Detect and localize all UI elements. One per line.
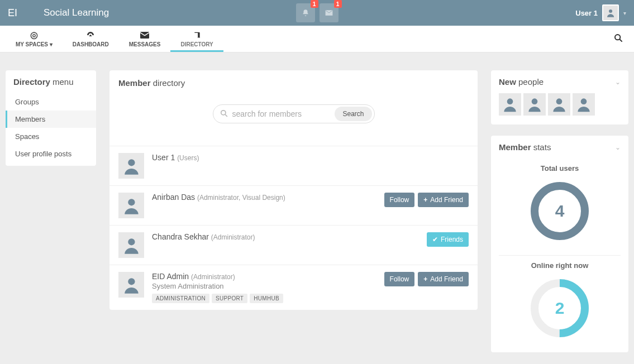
nav-myspaces-label: MY SPACES xyxy=(16,41,48,47)
member-meta: (Administrator) xyxy=(211,233,255,241)
top-center-icons: 1 1 xyxy=(296,3,339,22)
page-title-light: directory xyxy=(153,78,185,88)
logo[interactable]: EI xyxy=(8,7,44,19)
tag[interactable]: ADMINISTRATION xyxy=(152,294,209,303)
member-name[interactable]: Chandra Sekhar xyxy=(152,232,211,241)
user-icon xyxy=(606,8,616,18)
member-subtitle: System Administration xyxy=(152,282,376,290)
new-person-avatar[interactable] xyxy=(523,93,546,116)
avatar xyxy=(602,4,619,21)
sidebar-item-groups[interactable]: Groups xyxy=(6,93,96,111)
total-users-ring: 4 xyxy=(529,180,590,242)
search-icon[interactable] xyxy=(614,33,623,45)
notifications-button[interactable]: 1 xyxy=(296,3,315,22)
online-now-value: 2 xyxy=(529,277,590,339)
svg-point-4 xyxy=(221,110,225,114)
avatar[interactable] xyxy=(118,153,144,179)
svg-point-12 xyxy=(556,98,563,104)
new-people-panel: New people ⌄ xyxy=(491,70,628,124)
stats-light: stats xyxy=(533,142,551,152)
member-meta: (Users) xyxy=(177,154,199,162)
member-name[interactable]: Anirban Das xyxy=(152,193,197,202)
search-button[interactable]: Search xyxy=(335,107,371,121)
right-column: New people ⌄ Member stats ⌄ Total users … xyxy=(491,70,628,352)
plus-icon: + xyxy=(423,275,427,283)
caret-down-icon: ▾ xyxy=(623,10,626,16)
main-column: Member directory Search User 1 (Users)An… xyxy=(109,70,478,310)
messages-badge: 1 xyxy=(334,0,342,8)
total-users-label: Total users xyxy=(491,164,628,173)
user-menu[interactable]: User 1 ▾ xyxy=(575,4,626,21)
svg-line-3 xyxy=(619,39,622,42)
svg-point-8 xyxy=(128,238,135,245)
sidebar-panel: Directory menu GroupsMembersSpacesUser p… xyxy=(6,70,96,166)
svg-point-9 xyxy=(128,278,135,285)
notifications-badge: 1 xyxy=(311,0,318,8)
svg-point-13 xyxy=(581,98,587,104)
new-person-avatar[interactable] xyxy=(548,93,570,116)
member-stats-title: Member stats ⌄ xyxy=(491,136,628,159)
gauge-icon xyxy=(86,31,95,40)
envelope-icon xyxy=(140,31,149,40)
sidebar: Directory menu GroupsMembersSpacesUser p… xyxy=(6,70,96,166)
search-input[interactable] xyxy=(232,109,331,118)
envelope-icon xyxy=(325,9,333,17)
book-icon xyxy=(193,31,201,40)
nav-dashboard[interactable]: DASHBOARD xyxy=(63,26,119,52)
new-people-row xyxy=(491,93,628,124)
svg-point-10 xyxy=(507,98,513,104)
target-icon: ◎ xyxy=(30,31,38,40)
member-name[interactable]: User 1 xyxy=(152,153,177,162)
nav-directory[interactable]: DIRECTORY xyxy=(170,26,223,52)
tag[interactable]: HUMHUB xyxy=(250,294,283,303)
tag[interactable]: SUPPORT xyxy=(212,294,247,303)
add-friend-button[interactable]: +Add Friend xyxy=(418,193,469,207)
add-friend-button[interactable]: +Add Friend xyxy=(418,272,469,286)
new-people-light: people xyxy=(518,77,544,87)
member-name[interactable]: EID Admin xyxy=(152,272,191,281)
current-username: User 1 xyxy=(575,9,598,17)
svg-point-11 xyxy=(532,98,538,104)
plus-icon: + xyxy=(423,196,427,204)
member-stats-panel: Member stats ⌄ Total users 4 Online righ… xyxy=(491,136,628,352)
chevron-down-icon[interactable]: ⌄ xyxy=(615,78,621,86)
sidebar-title-strong: Directory xyxy=(13,77,50,87)
search-wrap: Search xyxy=(109,88,478,146)
sidebar-title-light: menu xyxy=(53,77,74,87)
nav-myspaces[interactable]: ◎ MY SPACES ▾ xyxy=(6,26,63,52)
member-row: User 1 (Users) xyxy=(109,146,478,185)
friends-button[interactable]: ✔Friends xyxy=(427,232,469,247)
sidebar-item-spaces[interactable]: Spaces xyxy=(6,128,96,145)
svg-point-6 xyxy=(128,159,135,166)
online-now-block: Online right now 2 xyxy=(491,256,628,352)
member-row: Anirban Das (Administrator, Visual Desig… xyxy=(109,185,478,225)
member-info: Chandra Sekhar (Administrator) xyxy=(152,232,419,241)
new-person-avatar[interactable] xyxy=(573,93,595,116)
check-icon: ✔ xyxy=(432,236,438,243)
member-row: Chandra Sekhar (Administrator)✔Friends xyxy=(109,225,478,265)
total-users-value: 4 xyxy=(529,180,590,242)
sidebar-title: Directory menu xyxy=(6,70,96,93)
follow-button[interactable]: Follow xyxy=(384,193,415,207)
messages-button[interactable]: 1 xyxy=(320,3,339,22)
nav-messages-label: MESSAGES xyxy=(129,41,161,47)
avatar[interactable] xyxy=(118,232,144,258)
member-actions: Follow+Add Friend xyxy=(384,272,469,286)
svg-point-0 xyxy=(609,9,612,13)
new-person-avatar[interactable] xyxy=(499,93,521,116)
new-people-title: New people ⌄ xyxy=(491,70,628,93)
member-row: EID Admin (Administrator)System Administ… xyxy=(109,265,478,310)
nav-messages[interactable]: MESSAGES xyxy=(119,26,171,52)
bell-icon xyxy=(302,9,309,17)
follow-button[interactable]: Follow xyxy=(384,272,415,286)
avatar[interactable] xyxy=(118,193,144,218)
sidebar-item-members[interactable]: Members xyxy=(6,111,96,128)
member-info: User 1 (Users) xyxy=(152,153,461,162)
brand-title[interactable]: Social Learning xyxy=(44,7,109,18)
sidebar-item-user-profile-posts[interactable]: User profile posts xyxy=(6,145,96,166)
chevron-down-icon[interactable]: ⌄ xyxy=(615,143,621,151)
online-now-ring: 2 xyxy=(529,277,590,339)
avatar[interactable] xyxy=(118,272,144,298)
page-container: Directory menu GroupsMembersSpacesUser p… xyxy=(0,52,634,363)
page-title: Member directory xyxy=(109,70,478,88)
